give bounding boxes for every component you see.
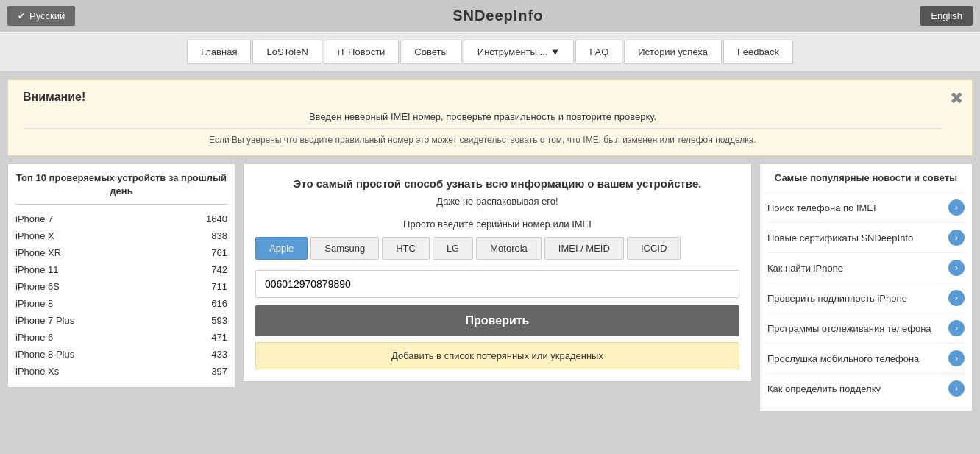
list-item: iPhone 6471 <box>15 329 227 346</box>
device-count: 616 <box>211 298 227 309</box>
news-item[interactable]: Проверить подлинность iPhone› <box>767 283 965 313</box>
nav-item-tools[interactable]: Инструменты ... ▼ <box>464 40 574 64</box>
brand-tabs: AppleSamsungHTCLGMotorolaIMEI / MEIDICCI… <box>255 237 739 260</box>
alert-close-button[interactable]: ✖ <box>950 89 963 108</box>
tools-label: Инструменты ... <box>477 46 548 57</box>
top-bar: Русский SNDeepInfo English <box>0 0 980 32</box>
device-name: iPhone 6 <box>15 332 53 343</box>
device-name: iPhone X <box>15 230 54 241</box>
nav-item-success[interactable]: Истории успеха <box>624 40 722 64</box>
device-name: iPhone Xs <box>15 366 59 377</box>
brand-tab[interactable]: HTC <box>382 237 430 260</box>
content-row: Топ 10 проверяемых устройств за прошлый … <box>7 163 973 411</box>
right-panel: Самые популярные новости и советы Поиск … <box>759 163 973 411</box>
arrow-icon: › <box>948 230 965 246</box>
list-item: iPhone 11742 <box>15 261 227 278</box>
left-panel-title: Топ 10 проверяемых устройств за прошлый … <box>15 171 227 198</box>
device-name: iPhone XR <box>15 247 61 258</box>
main-content: Внимание! Введен неверный IMEI номер, пр… <box>0 72 980 419</box>
check-button[interactable]: Проверить <box>255 305 739 336</box>
news-item[interactable]: Программы отслеживания телефона› <box>767 313 965 343</box>
center-panel: Это самый простой способ узнать всю инфо… <box>243 163 752 382</box>
alert-title: Внимание! <box>23 91 942 104</box>
alert-box: Внимание! Введен неверный IMEI номер, пр… <box>7 79 973 156</box>
list-item: iPhone X838 <box>15 227 227 244</box>
arrow-icon: › <box>948 320 965 336</box>
english-button[interactable]: English <box>920 6 973 26</box>
input-hint: Просто введите серийный номер или IMEI <box>255 219 739 230</box>
device-count: 433 <box>211 349 227 360</box>
brand-tab[interactable]: Motorola <box>476 237 542 260</box>
list-item: iPhone 8616 <box>15 295 227 312</box>
device-count: 838 <box>211 230 227 241</box>
device-count: 397 <box>211 366 227 377</box>
nav-item-it-news[interactable]: iT Новости <box>324 40 400 64</box>
news-list: Поиск телефона по IMEI›Новые сертификаты… <box>767 192 965 403</box>
arrow-icon: › <box>948 199 965 216</box>
device-name: iPhone 7 <box>15 213 53 224</box>
device-name: iPhone 7 Plus <box>15 315 74 326</box>
center-subtitle: Даже не распаковывая его! <box>255 196 739 207</box>
arrow-icon: › <box>948 290 965 306</box>
nav-item-faq[interactable]: FAQ <box>575 40 622 64</box>
brand-tab[interactable]: Apple <box>255 237 308 260</box>
list-item: iPhone 71640 <box>15 210 227 227</box>
news-item[interactable]: Прослушка мобильного телефона› <box>767 343 965 373</box>
imei-input[interactable] <box>255 270 739 298</box>
list-item: iPhone Xs397 <box>15 363 227 380</box>
news-text: Новые сертификаты SNDeepInfo <box>767 233 942 244</box>
brand-tab[interactable]: ICCID <box>627 237 681 260</box>
list-item: iPhone 8 Plus433 <box>15 346 227 363</box>
right-panel-title: Самые популярные новости и советы <box>767 171 965 185</box>
left-panel: Топ 10 проверяемых устройств за прошлый … <box>7 163 235 388</box>
news-item[interactable]: Как найти iPhone› <box>767 252 965 283</box>
russian-button[interactable]: Русский <box>7 6 75 26</box>
news-item[interactable]: Поиск телефона по IMEI› <box>767 192 965 222</box>
device-name: iPhone 11 <box>15 264 59 275</box>
news-text: Программы отслеживания телефона <box>767 323 942 334</box>
device-name: iPhone 8 <box>15 298 53 309</box>
brand-tab[interactable]: Samsung <box>310 237 379 260</box>
brand-tab[interactable]: IMEI / MEID <box>544 237 624 260</box>
news-text: Поиск телефона по IMEI <box>767 202 942 213</box>
add-lost-button[interactable]: Добавить в список потерянных или украден… <box>255 342 739 369</box>
news-text: Прослушка мобильного телефона <box>767 353 942 364</box>
alert-message2: Если Вы уверены что вводите правильный н… <box>23 135 942 145</box>
news-text: Как определить подделку <box>767 383 942 394</box>
nav-item-home[interactable]: Главная <box>187 40 251 64</box>
news-text: Как найти iPhone <box>767 263 942 274</box>
news-item[interactable]: Как определить подделку› <box>767 373 965 403</box>
list-item: iPhone 6S711 <box>15 278 227 295</box>
arrow-icon: › <box>948 260 965 276</box>
device-count: 761 <box>211 247 227 258</box>
alert-message1: Введен неверный IMEI номер, проверьте пр… <box>23 111 942 122</box>
devices-list: iPhone 71640iPhone X838iPhone XR761iPhon… <box>15 210 227 380</box>
device-name: iPhone 6S <box>15 281 60 292</box>
device-count: 742 <box>211 264 227 275</box>
list-item: iPhone 7 Plus593 <box>15 312 227 329</box>
chevron-down-icon: ▼ <box>550 46 560 57</box>
site-title: SNDeepInfo <box>452 7 543 24</box>
nav-item-feedback[interactable]: Feedback <box>723 40 793 64</box>
nav-item-tips[interactable]: Советы <box>400 40 461 64</box>
navigation: Главная LoSToleN iT Новости Советы Инстр… <box>0 32 980 72</box>
arrow-icon: › <box>948 380 965 397</box>
device-count: 471 <box>211 332 227 343</box>
device-count: 593 <box>211 315 227 326</box>
device-count: 1640 <box>206 213 227 224</box>
news-item[interactable]: Новые сертификаты SNDeepInfo› <box>767 222 965 252</box>
brand-tab[interactable]: LG <box>433 237 473 260</box>
center-title: Это самый простой способ узнать всю инфо… <box>255 176 739 193</box>
list-item: iPhone XR761 <box>15 244 227 261</box>
arrow-icon: › <box>948 350 965 366</box>
nav-item-lostolen[interactable]: LoSToleN <box>252 40 322 64</box>
device-count: 711 <box>211 281 227 292</box>
news-text: Проверить подлинность iPhone <box>767 293 942 304</box>
device-name: iPhone 8 Plus <box>15 349 74 360</box>
